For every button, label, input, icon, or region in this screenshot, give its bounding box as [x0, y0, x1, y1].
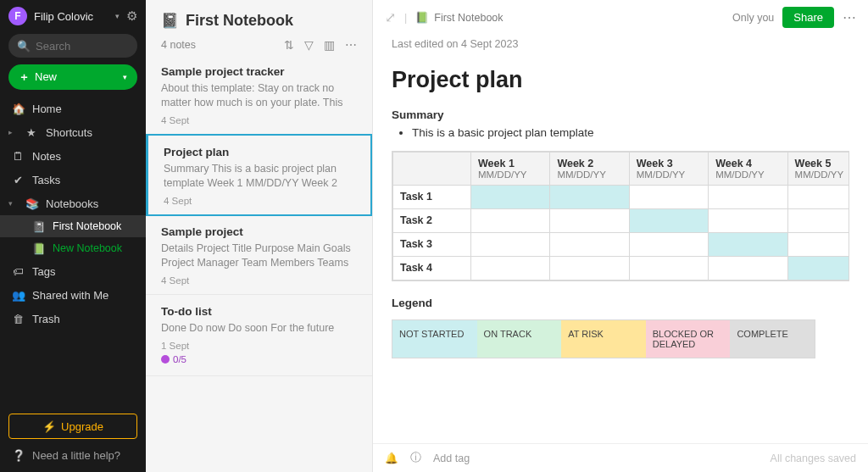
- note-preview: Done Do now Do soon For the future: [161, 321, 357, 336]
- notebook-title: 📓 First Notebook: [161, 12, 357, 30]
- table-row[interactable]: Task 1: [393, 186, 850, 209]
- editor-toolbar: ⤢ | 📗 First Notebook Only you Share ⋯: [373, 0, 868, 35]
- view-icon[interactable]: ▥: [324, 38, 335, 52]
- note-preview: About this template: Stay on track no ma…: [161, 81, 357, 110]
- table-row[interactable]: Task 3: [393, 233, 850, 257]
- nav-label: Shortcuts: [46, 126, 92, 139]
- help-link[interactable]: ❔ Need a little help?: [0, 449, 146, 472]
- legend: NOT STARTED ON TRACK AT RISK BLOCKED OR …: [392, 319, 815, 358]
- reminder-icon[interactable]: 🔔: [385, 452, 398, 464]
- notebook-label: New Notebook: [53, 242, 122, 254]
- note-title: Project plan: [164, 146, 355, 158]
- info-icon[interactable]: ⓘ: [410, 451, 421, 465]
- nav-label: Home: [32, 103, 62, 115]
- note-preview: Details Project Title Purpose Main Goals…: [161, 242, 357, 270]
- tag-icon: 🏷: [12, 265, 24, 278]
- sidebar-search[interactable]: 🔍: [8, 34, 137, 58]
- upgrade-label: Upgrade: [61, 420, 103, 433]
- page-title[interactable]: Project plan: [392, 67, 849, 93]
- sidebar: F Filip Colovic ▾ ⚙ 🔍 ＋New ▾ 🏠 Home ▸ ★ …: [0, 0, 146, 472]
- legend-on-track: ON TRACK: [477, 320, 562, 358]
- expand-icon[interactable]: ⤢: [385, 9, 396, 25]
- settings-gear-icon[interactable]: ⚙: [126, 8, 137, 24]
- note-list-item-selected[interactable]: Project plan Summary This is a basic pro…: [146, 134, 372, 216]
- editor-footer: 🔔 ⓘ Add tag All changes saved: [373, 443, 868, 472]
- breadcrumb[interactable]: 📗 First Notebook: [415, 11, 503, 24]
- chevron-down-icon: ▾: [8, 199, 17, 208]
- more-icon[interactable]: ⋯: [843, 9, 856, 25]
- nav-label: Tasks: [32, 174, 60, 186]
- notebook-item-first[interactable]: 📓 First Notebook: [0, 215, 146, 237]
- add-tag-button[interactable]: Add tag: [433, 453, 470, 464]
- note-date: 4 Sept: [161, 115, 357, 125]
- new-button[interactable]: ＋New ▾: [8, 64, 137, 90]
- note-count: 4 notes: [161, 39, 196, 51]
- filter-icon[interactable]: ▽: [304, 38, 314, 52]
- nav-label: Notebooks: [46, 197, 98, 210]
- home-icon: 🏠: [12, 103, 24, 115]
- nav-shared[interactable]: 👥 Shared with Me: [0, 283, 146, 307]
- chevron-down-icon: ▾: [123, 73, 127, 81]
- plus-notebook-icon: 📗: [32, 242, 46, 255]
- note-date: 1 Sept: [161, 341, 357, 351]
- summary-bullet: This is a basic project plan template: [412, 126, 849, 139]
- avatar: F: [8, 7, 27, 25]
- nav-home[interactable]: 🏠 Home: [0, 97, 146, 120]
- notebook-icon: 📚: [25, 197, 37, 210]
- legend-not-started: NOT STARTED: [392, 320, 477, 358]
- progress-dot-icon: [161, 355, 170, 364]
- nav-trash[interactable]: 🗑 Trash: [0, 307, 146, 330]
- share-button[interactable]: Share: [782, 7, 834, 28]
- section-heading-summary: Summary: [392, 108, 849, 121]
- more-icon[interactable]: ⋯: [345, 38, 357, 52]
- search-icon: 🔍: [17, 40, 31, 53]
- notebook-item-new[interactable]: 📗 New Notebook: [0, 237, 146, 259]
- account-switcher[interactable]: F Filip Colovic ▾ ⚙: [0, 0, 146, 31]
- nav-label: Trash: [32, 313, 60, 325]
- notebook-label: First Notebook: [53, 220, 121, 232]
- legend-complete: COMPLETE: [730, 320, 815, 358]
- star-icon: ★: [25, 126, 37, 139]
- nav-notebooks[interactable]: ▾ 📚 Notebooks: [0, 192, 146, 215]
- section-heading-legend: Legend: [392, 297, 849, 309]
- nav-shortcuts[interactable]: ▸ ★ Shortcuts: [0, 120, 146, 144]
- note-list-item[interactable]: Sample project tracker About this templa…: [146, 55, 372, 135]
- task-progress-badge: 0/5: [161, 354, 186, 364]
- note-editor: ⤢ | 📗 First Notebook Only you Share ⋯ La…: [373, 0, 868, 472]
- chevron-right-icon: ▸: [8, 128, 17, 136]
- notebook-icon: 📗: [415, 11, 429, 24]
- nav-tasks[interactable]: ✔ Tasks: [0, 168, 146, 192]
- user-name: Filip Colovic: [34, 10, 112, 23]
- sort-icon[interactable]: ⇅: [284, 38, 294, 52]
- tasks-icon: ✔: [12, 174, 24, 186]
- save-status: All changes saved: [771, 453, 856, 464]
- visibility-label: Only you: [732, 12, 774, 24]
- notes-list-panel: 📓 First Notebook 4 notes ⇅ ▽ ▥ ⋯ Sample …: [146, 0, 373, 472]
- note-title: To-do list: [161, 305, 357, 318]
- note-icon: 🗒: [12, 150, 24, 163]
- note-title: Sample project tracker: [161, 65, 357, 78]
- editor-body[interactable]: Project plan Summary This is a basic pro…: [373, 50, 868, 358]
- table-row[interactable]: Task 2: [393, 209, 850, 233]
- nav-tags[interactable]: 🏷 Tags: [0, 259, 146, 283]
- upgrade-button[interactable]: ⚡ Upgrade: [8, 414, 137, 439]
- plan-table: Week 1MM/DD/YY Week 2MM/DD/YY Week 3MM/D…: [392, 152, 849, 280]
- last-edited: Last edited on 4 Sept 2023: [373, 35, 868, 50]
- search-input[interactable]: [36, 40, 129, 53]
- legend-at-risk: AT RISK: [561, 320, 646, 358]
- note-list-item[interactable]: To-do list Done Do now Do soon For the f…: [146, 295, 372, 376]
- people-icon: 👥: [12, 289, 24, 302]
- note-list-item[interactable]: Sample project Details Project Title Pur…: [146, 215, 372, 295]
- note-title: Sample project: [161, 225, 357, 238]
- nav-notes[interactable]: 🗒 Notes: [0, 144, 146, 168]
- notebook-icon: 📓: [32, 220, 46, 233]
- help-icon: ❔: [12, 449, 25, 462]
- chevron-down-icon: ▾: [115, 12, 120, 20]
- nav-label: Tags: [32, 265, 55, 278]
- notebook-icon: 📓: [161, 12, 179, 30]
- table-row[interactable]: Task 4: [393, 257, 850, 280]
- trash-icon: 🗑: [12, 313, 24, 325]
- note-date: 4 Sept: [164, 196, 355, 206]
- help-label: Need a little help?: [32, 449, 120, 462]
- plan-table-wrapper[interactable]: Week 1MM/DD/YY Week 2MM/DD/YY Week 3MM/D…: [392, 151, 849, 281]
